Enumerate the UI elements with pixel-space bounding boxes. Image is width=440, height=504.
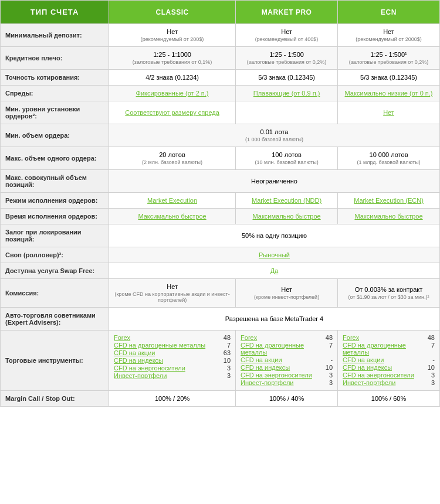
cell-subtext: (кроме инвест-портфелей) [241,294,333,300]
instrument-name[interactable]: CFD на акции [241,356,282,363]
cell-subtext: (рекомендуемый от 200$) [114,36,231,42]
cell-subtext: (рекомендуемый от 400$) [241,36,333,42]
row-label: Мин. объем ордера: [1,124,109,147]
cell-col1: Соответствуют размеру спреда [109,101,236,124]
instruments-item: CFD на акции- [343,356,435,363]
instrument-count: 3 [321,372,333,379]
instrument-name[interactable]: CFD на энергоносители [343,372,414,379]
instruments-col-3: Forex48CFD на драгоценные металлы7CFD на… [338,331,440,391]
cell-link-col1[interactable]: Фиксированные (от 2 п.) [136,90,209,97]
table-row: Макс. объем одного ордера:20 лотов(2 млн… [1,147,440,170]
cell-col1: Фиксированные (от 2 п.) [109,86,236,101]
instrument-name[interactable]: CFD на драгоценные металлы [114,342,205,349]
cell-link-col2[interactable]: Максимально быстрое [252,213,320,220]
cell-link-col1[interactable]: Market Execution [147,197,197,204]
row-label: Точность котирования: [1,70,109,86]
instrument-name[interactable]: Forex [343,334,359,341]
instruments-item: CFD на индексы10 [241,364,333,371]
cell-col1: Market Execution [109,193,236,209]
cell-link-col1[interactable]: Максимально быстрое [138,213,206,220]
colspan-value: 50% на одну позицию [242,232,307,239]
table-row: Макс. совокупный объем позиций:Неогранич… [1,170,440,193]
row-label: Спреды: [1,86,109,101]
cell-main: 20 лотов [159,151,185,158]
colspan-value: 0.01 лота [260,128,289,135]
instrument-name[interactable]: CFD на драгоценные металлы [343,342,419,356]
row-label: Своп (роллoвер)³: [1,247,109,263]
colspan-value: Разрешена на базе MetaTrader 4 [225,315,323,322]
cell-col2: Плавающие (от 0,9 п.) [236,86,338,101]
instrument-name[interactable]: CFD на акции [343,356,384,363]
instruments-item: CFD на драгоценные металлы7 [241,342,333,356]
instrument-name[interactable]: Инвест-портфели [114,372,167,379]
cell-main: 5/3 знака (0.12345) [360,74,417,81]
colspan-cell: Разрешена на базе MetaTrader 4 [109,308,440,331]
account-comparison-table: ТИП СЧЕТА CLASSIC MARKET PRO ECN Минимал… [0,0,440,407]
cell-link-col1[interactable]: Соответствуют размеру спреда [125,109,219,116]
cell-main: 100% / 40% [269,395,304,402]
row-label: Доступна услуга Swap Free: [1,263,109,279]
instruments-item: Инвест-портфели3 [241,379,333,386]
header-market-pro-label: MARKET PRO [262,8,312,16]
cell-main: 100 лотов [272,151,302,158]
instrument-name[interactable]: CFD на акции [114,349,155,356]
row-label: Минимальный депозит: [1,24,109,47]
instrument-count: - [321,356,333,363]
cell-link-col2[interactable]: Плавающие (от 0,9 п.) [253,90,320,97]
table-row: Точность котирования:4/2 знака (0.1234)5… [1,70,440,86]
instruments-item: Forex48 [343,334,435,341]
cell-link-col2[interactable]: Market Execution (NDD) [252,197,321,204]
instrument-count: 10 [423,364,435,371]
instrument-count: 7 [321,342,333,349]
table-row: Минимальный депозит:Нет(рекомендуемый от… [1,24,440,47]
instruments-item: CFD на энергоносители3 [343,372,435,379]
cell-link-col3[interactable]: Market Execution (ECN) [354,197,424,204]
instrument-name[interactable]: CFD на энергоносители [241,372,312,379]
table-row: Доступна услуга Swap Free:Да [1,263,440,279]
instruments-col-2: Forex48CFD на драгоценные металлы7CFD на… [236,331,338,391]
colspan-link[interactable]: Да [270,267,279,274]
colspan-link[interactable]: Рыночный [259,251,290,258]
cell-main: 5/3 знака (0.12345) [258,74,315,81]
cell-col2: Максимально быстрое [236,209,338,224]
cell-col2 [236,101,338,124]
cell-col3: 100% / 60% [338,391,440,407]
instrument-name[interactable]: CFD на индексы [241,364,290,371]
instrument-name[interactable]: Инвест-портфели [343,379,395,386]
cell-col2: 5/3 знака (0.12345) [236,70,338,86]
instrument-count: 63 [219,349,231,356]
instrument-name[interactable]: Forex [241,334,257,341]
instrument-name[interactable]: CFD на энергоносители [114,365,185,372]
instrument-name[interactable]: CFD на индексы [114,357,163,364]
row-label: Время исполнения ордеров: [1,209,109,224]
instruments-item: Инвест-портфели3 [114,372,231,379]
header-ecn-label: ECN [381,8,397,16]
cell-col1: 4/2 знака (0.1234) [109,70,236,86]
cell-link-col3[interactable]: Максимально низкие (от 0 п.) [345,90,433,97]
instrument-count: 3 [219,365,231,372]
row-label: Макс. совокупный объем позиций: [1,170,109,193]
cell-col2: Нет(рекомендуемый от 400$) [236,24,338,47]
instrument-name[interactable]: Forex [114,334,130,341]
cell-link-col3[interactable]: Максимально быстрое [354,213,422,220]
cell-col3: 5/3 знака (0.12345) [338,70,440,86]
cell-col2: 1:25 - 1:500(залоговые требования от 0,2… [236,47,338,70]
cell-main: 4/2 знака (0.1234) [145,74,199,81]
instrument-name[interactable]: Инвест-портфели [241,379,293,386]
instrument-name[interactable]: CFD на драгоценные металлы [241,342,317,356]
cell-link-col3[interactable]: Нет [383,109,394,116]
cell-main: 100% / 60% [371,395,406,402]
instrument-count: 3 [423,379,435,386]
cell-col2: 100 лотов(10 млн. базовой валюты) [236,147,338,170]
instruments-item: Forex48 [114,334,231,341]
cell-subtext: (кроме CFD на корпоративные акции и инве… [114,291,231,303]
header-classic: CLASSIC [109,1,236,24]
cell-col1: Максимально быстрое [109,209,236,224]
instruments-item: Forex48 [241,334,333,341]
instrument-name[interactable]: CFD на индексы [343,364,392,371]
cell-col3: Market Execution (ECN) [338,193,440,209]
table-row: Комиссия:Нет(кроме CFD на корпоративные … [1,279,440,308]
cell-main: Нет [383,28,394,35]
cell-main: Нет [281,286,292,293]
instruments-item: CFD на драгоценные металлы7 [343,342,435,356]
